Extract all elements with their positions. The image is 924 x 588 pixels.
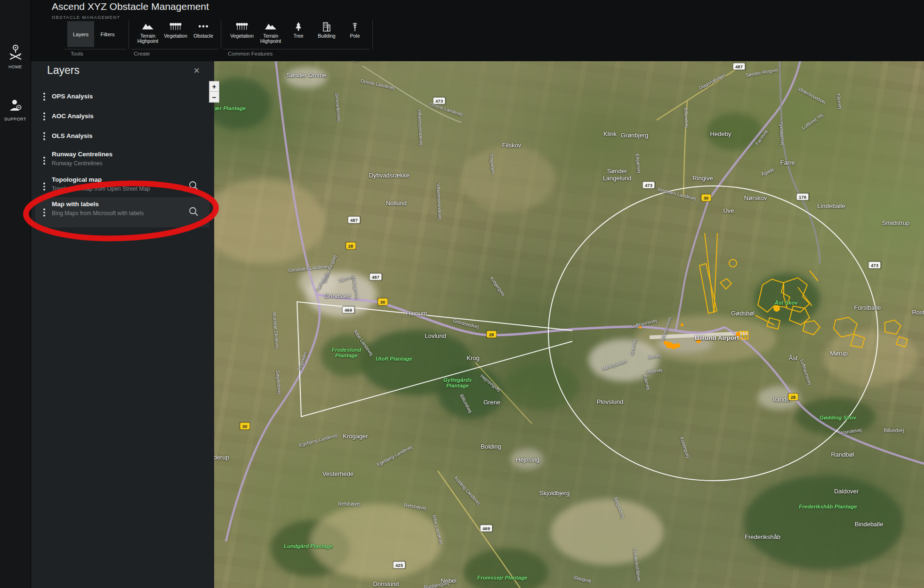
vegetation-icon xyxy=(161,22,190,32)
layer-item-subtitle: Runway Centrelines xyxy=(52,160,102,167)
sidebar-item-label: SUPPORT xyxy=(0,117,31,121)
map-canvas[interactable] xyxy=(214,61,924,588)
layer-item-title: OPS Analysis xyxy=(52,93,93,100)
ribbon-button-label: Vegetation xyxy=(228,33,256,39)
road-diagonalvejen xyxy=(657,66,741,120)
layer-item-title: Map with labels xyxy=(52,201,99,208)
road-route-28-main xyxy=(316,294,725,335)
group-underline xyxy=(131,49,218,49)
ribbon-button-label: Obstacle xyxy=(189,33,217,39)
terrain-highpoint-icon xyxy=(134,22,162,32)
zoom-in-button[interactable]: + xyxy=(209,81,219,92)
layer-item-aoc-analysis[interactable]: AOC Analysis xyxy=(35,108,209,125)
layer-item-title: Topological map xyxy=(52,176,102,183)
road-route-30-west xyxy=(226,61,320,541)
ribbon-button-building[interactable]: Building xyxy=(313,21,341,49)
layer-item-title: AOC Analysis xyxy=(52,113,94,120)
home-icon xyxy=(8,54,24,62)
ribbon-button-terrain-highpoint[interactable]: Terrain Highpoint xyxy=(257,21,285,49)
close-icon[interactable]: ✕ xyxy=(193,66,200,76)
road-route-176 xyxy=(779,61,820,264)
support-icon xyxy=(8,106,24,114)
ribbon-button-vegetation[interactable]: Vegetation xyxy=(228,21,256,49)
sidebar-item-home[interactable]: HOME xyxy=(0,44,31,69)
sidebar-item-label: HOME xyxy=(0,64,31,69)
map-zoom-controls: + − xyxy=(209,81,219,103)
kebab-menu-icon[interactable] xyxy=(43,155,45,166)
ribbon-button-label: Vegetation xyxy=(161,33,190,39)
group-label-common-features: Common Features xyxy=(228,51,273,56)
search-icon[interactable] xyxy=(188,180,199,193)
group-underline xyxy=(64,49,126,49)
ribbon-button-label: Terrain Highpoint xyxy=(134,33,162,44)
layer-item-ops-analysis[interactable]: OPS Analysis xyxy=(35,88,209,105)
ribbon-button-obstacle[interactable]: Obstacle xyxy=(189,21,217,49)
kebab-menu-icon[interactable] xyxy=(43,131,45,142)
layer-item-ols-analysis[interactable]: OLS Analysis xyxy=(35,128,209,145)
layer-item-title: Runway Centrelines xyxy=(52,151,112,158)
tree-icon xyxy=(284,22,313,32)
search-icon[interactable] xyxy=(188,206,199,219)
layers-panel: Layers ✕ OPS AnalysisAOC AnalysisOLS Ana… xyxy=(31,61,214,588)
layer-item-topological-map[interactable]: Topological mapTopological map from Open… xyxy=(35,173,209,200)
group-label-create: Create xyxy=(134,51,150,56)
zoom-out-button[interactable]: − xyxy=(209,92,219,103)
group-underline xyxy=(224,49,370,49)
panel-title: Layers xyxy=(47,64,80,77)
left-sidebar: HOME SUPPORT xyxy=(0,0,31,588)
ols-overlay xyxy=(297,186,878,481)
tab-label: Layers xyxy=(73,32,88,37)
terrain-highpoint-icon xyxy=(257,22,285,32)
tab-filters[interactable]: Filters xyxy=(94,21,121,47)
page-subtitle: OBSTACLE MANAGEMENT xyxy=(52,15,120,20)
obstacle-management-window: HOME SUPPORT Ascend XYZ Obstacle Managem… xyxy=(0,0,924,588)
pole-icon xyxy=(341,22,369,32)
sidebar-item-support[interactable]: SUPPORT xyxy=(0,98,31,121)
tab-label: Filters xyxy=(101,32,115,37)
road-billundvej-north xyxy=(683,101,687,198)
ribbon-button-label: Tree xyxy=(284,33,313,39)
layer-item-map-with-labels[interactable]: Map with labelsBing Maps from Microsoft … xyxy=(35,197,209,227)
ribbon-button-label: Terrain Highpoint xyxy=(257,33,285,44)
ribbon-header: Ascend XYZ Obstacle Management OBSTACLE … xyxy=(31,0,924,61)
layer-item-title: OLS Analysis xyxy=(52,132,93,139)
ribbon-button-label: Pole xyxy=(341,33,369,39)
page-title: Ascend XYZ Obstacle Management xyxy=(52,1,209,12)
obstacle-icon xyxy=(189,22,217,32)
terrain-patches xyxy=(214,67,918,588)
tab-layers[interactable]: Layers xyxy=(67,21,94,47)
ribbon-button-pole[interactable]: Pole xyxy=(341,21,369,49)
ribbon-button-tree[interactable]: Tree xyxy=(284,21,313,49)
ribbon-button-label: Building xyxy=(313,33,341,39)
group-label-tools: Tools xyxy=(71,51,83,56)
kebab-menu-icon[interactable] xyxy=(43,91,45,102)
layer-item-subtitle: Bing Maps from Microsoft with labels xyxy=(52,210,144,217)
layer-item-subtitle: Topological map from Open Street Map xyxy=(52,185,150,192)
ribbon-group-divider xyxy=(221,20,221,49)
road-omme-landevej xyxy=(362,66,461,122)
building-icon xyxy=(313,22,341,32)
ribbon-group-divider xyxy=(372,20,373,49)
layer-item-runway-centrelines[interactable]: Runway CentrelinesRunway Centrelines xyxy=(35,147,209,174)
ribbon-button-vegetation[interactable]: Vegetation xyxy=(161,21,190,49)
kebab-menu-icon[interactable] xyxy=(43,181,45,192)
kebab-menu-icon[interactable] xyxy=(43,207,45,218)
vegetation-icon xyxy=(228,22,256,32)
ribbon-group-divider xyxy=(129,20,129,49)
kebab-menu-icon[interactable] xyxy=(43,111,45,122)
ribbon-button-terrain-highpoint[interactable]: Terrain Highpoint xyxy=(134,21,162,49)
